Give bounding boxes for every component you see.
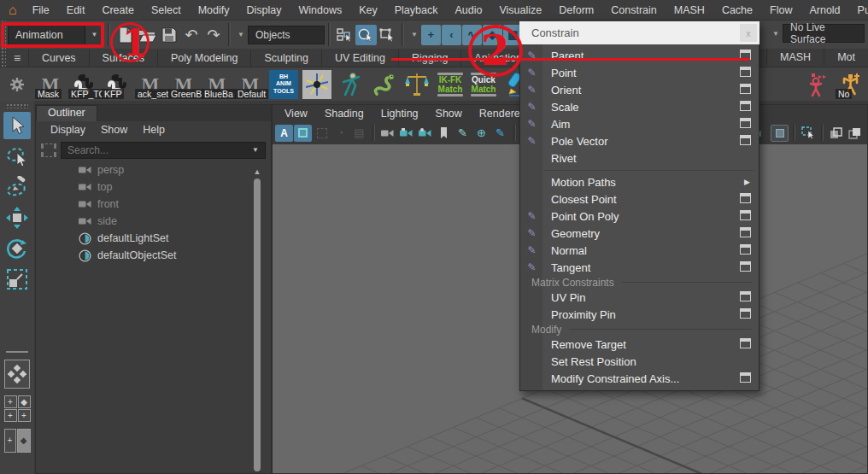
gear-icon[interactable] — [9, 77, 25, 92]
pan-zoom-button[interactable]: ⊕ — [472, 125, 490, 142]
shelf-tab-mash[interactable]: MASH — [766, 49, 824, 66]
search-input[interactable] — [62, 144, 246, 156]
shelf-tab-surfaces[interactable]: Surfaces — [89, 50, 157, 67]
menu-item-uv-pin[interactable]: UV Pin — [520, 289, 759, 306]
scale-tool[interactable] — [3, 266, 31, 293]
close-icon[interactable]: x — [740, 24, 757, 42]
camera-gear-button[interactable] — [416, 125, 434, 142]
shelf-item-blueba[interactable]: M BlueBa — [201, 68, 233, 100]
menu-item-point-on-poly[interactable]: ✎ Point On Poly — [520, 208, 759, 225]
chevron-down-icon[interactable]: ▼ — [408, 31, 421, 38]
menu-edit[interactable]: Edit — [58, 0, 94, 20]
shelf-tab-motion[interactable]: Mot — [824, 49, 868, 66]
menu-item-parent[interactable]: ✎ Parent — [520, 47, 759, 64]
viewport-menu-lighting[interactable]: Lighting — [372, 108, 427, 120]
outliner-menu-show[interactable]: Show — [93, 124, 135, 136]
image-plane-button[interactable]: ▤ — [350, 125, 368, 142]
shelf-tab-uv-editing[interactable]: UV Editing — [321, 50, 398, 67]
marquee-select-button[interactable] — [799, 125, 817, 142]
selection-mask-field[interactable] — [248, 26, 325, 44]
shelf-item-kfp[interactable]: KFP — [101, 68, 133, 100]
select-tool[interactable] — [3, 112, 31, 139]
option-box[interactable] — [740, 372, 751, 383]
menu-key[interactable]: Key — [350, 0, 386, 20]
chevron-down-icon[interactable]: ▼ — [85, 25, 103, 44]
menu-audio[interactable]: Audio — [446, 0, 490, 20]
menu-item-set-rest-position[interactable]: Set Rest Position — [520, 353, 759, 370]
shelf-tab-poly-modeling[interactable]: Poly Modeling — [157, 50, 251, 67]
shelf-item-mash-red[interactable] — [801, 68, 834, 100]
option-box[interactable] — [740, 84, 751, 94]
shelf-item-quick-match[interactable]: Quick Match — [467, 68, 500, 100]
menu-item-closest-point[interactable]: Closest Point — [520, 190, 759, 208]
option-box[interactable] — [740, 135, 751, 145]
menu-select[interactable]: Select — [143, 0, 190, 20]
menu-windows[interactable]: Windows — [290, 0, 350, 20]
menu-create[interactable]: Create — [93, 0, 143, 20]
menu-item-remove-target[interactable]: Remove Target — [520, 336, 759, 353]
outliner-item-top[interactable]: top — [36, 178, 271, 196]
outliner-item-defaultobjectset[interactable]: defaultObjectSet — [36, 247, 271, 264]
save-scene-button[interactable] — [158, 24, 180, 46]
viewport-menu-view[interactable]: View — [276, 108, 316, 120]
outliner-tab[interactable]: Outliner — [36, 105, 97, 121]
statusline-grip[interactable] — [0, 20, 6, 49]
isolate-select-button[interactable] — [827, 125, 845, 142]
menu-playback[interactable]: Playback — [386, 0, 447, 20]
option-box[interactable] — [740, 101, 751, 111]
option-box[interactable] — [740, 261, 751, 272]
undo-button[interactable]: ↶ — [180, 24, 202, 46]
search-dropdown-icon[interactable]: ▼ — [246, 146, 265, 154]
select-by-hierarchy-button[interactable] — [334, 25, 355, 45]
menu-constrain[interactable]: Constrain — [602, 0, 666, 20]
option-box[interactable] — [740, 244, 751, 255]
option-box[interactable] — [740, 338, 751, 348]
camera-attributes-button[interactable] — [378, 125, 396, 142]
menu-item-pole-vector[interactable]: ✎ Pole Vector — [520, 132, 759, 149]
option-box[interactable] — [740, 67, 751, 77]
scrollbar-thumb[interactable] — [254, 178, 261, 471]
menu-deform[interactable]: Deform — [550, 0, 602, 20]
layout-four-pane-button[interactable]: +◆++ — [4, 395, 31, 422]
shelf-menu-icon[interactable]: ≡ — [6, 51, 28, 67]
select-highlight-button[interactable] — [294, 125, 312, 142]
menu-visualize[interactable]: Visualize — [490, 0, 550, 20]
shelf-item-locator[interactable] — [301, 68, 333, 100]
shelf-item-bh-anim-tools[interactable]: BHANIMTOOLS — [267, 68, 300, 100]
menu-item-motion-paths[interactable]: Motion Paths ▶ — [520, 173, 759, 190]
viewport-menu-shading[interactable]: Shading — [316, 108, 372, 120]
menu-item-proximity-pin[interactable]: Proximity Pin — [520, 306, 759, 323]
option-box[interactable] — [740, 50, 751, 60]
menu-display[interactable]: Display — [238, 0, 290, 20]
menu-file[interactable]: File — [24, 0, 58, 20]
menu-item-geometry[interactable]: ✎ Geometry — [520, 225, 759, 242]
chevron-down-icon[interactable]: ▼ — [234, 31, 248, 38]
shelf-item-dragon[interactable] — [367, 68, 400, 100]
outliner-item-persp[interactable]: persp — [36, 161, 271, 178]
xray-button[interactable] — [846, 125, 864, 142]
shelf-item-pose-no[interactable]: No — [835, 68, 867, 100]
menu-item-modify-constrained-axis[interactable]: Modify Constrained Axis... — [520, 370, 759, 387]
menu-set-dropdown[interactable]: Animation ▼ — [8, 24, 104, 45]
outliner-item-front[interactable]: front — [36, 196, 271, 213]
lasso-tool[interactable] — [3, 143, 31, 170]
select-camera-button[interactable]: A — [275, 125, 293, 142]
move-tool[interactable] — [3, 204, 31, 231]
layout-two-pane-button[interactable]: +◆ — [4, 429, 31, 453]
menu-item-rivet[interactable]: Rivet — [520, 149, 759, 167]
sculpt-pencil-button[interactable]: ✎ — [454, 125, 472, 142]
shelf-tab-curves[interactable]: Curves — [28, 50, 89, 67]
outliner-item-side[interactable]: side — [36, 213, 271, 230]
grease-pencil-button[interactable] — [313, 125, 331, 142]
redo-button[interactable]: ↷ — [202, 24, 225, 46]
menu-flow[interactable]: Flow — [761, 0, 801, 20]
outliner-item-defaultlightset[interactable]: defaultLightSet — [36, 230, 271, 247]
option-box[interactable] — [740, 227, 751, 237]
menu-item-aim[interactable]: ✎ Aim — [520, 115, 759, 132]
option-box[interactable] — [740, 193, 751, 203]
menu-puppeteer[interactable]: Puppeteer — [849, 0, 868, 20]
shelf-item-ack-set[interactable]: M ack_set — [134, 68, 167, 100]
outliner-menu-display[interactable]: Display — [43, 124, 93, 136]
snap-to-points-button[interactable]: ∿ — [462, 25, 482, 45]
outliner-scrollbar[interactable]: ▲ — [253, 167, 261, 471]
